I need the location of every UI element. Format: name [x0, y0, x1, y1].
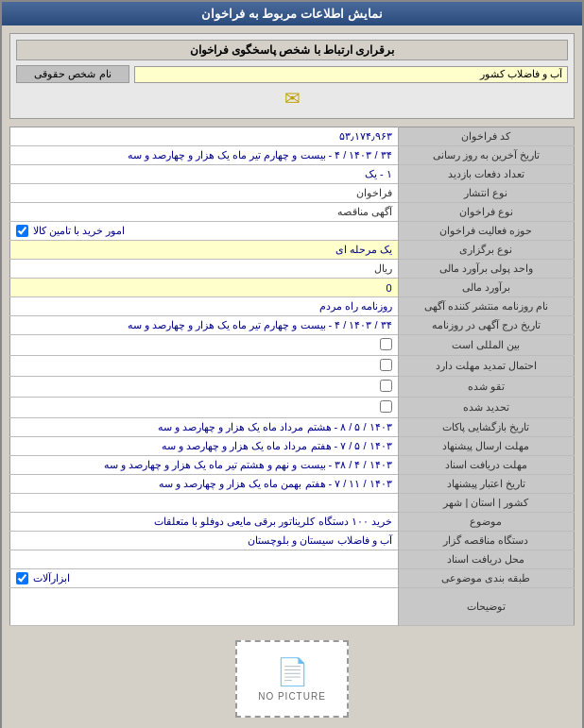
field-value: روزنامه راه مردم: [10, 297, 399, 316]
field-label: تاریخ اعتبار پیشنهاد: [398, 475, 574, 494]
field-label: طبقه بندی موضوعی: [398, 569, 574, 588]
field-value: ۱۴۰۳ / ۵ / ۷ - هفتم مرداد ماه یک هزار و …: [10, 437, 399, 456]
field-value: آب و فاضلاب سیستان و بلوچستان: [10, 532, 399, 550]
document-icon: 📄: [247, 656, 337, 687]
table-row: موضوع خرید ۱۰۰ دستگاه کلریناتور برقی مای…: [10, 513, 575, 532]
table-row: محل دریافت اسناد: [10, 550, 575, 569]
table-row: تاریخ اعتبار پیشنهاد ۱۴۰۳ / ۱۱ / ۷ - هفت…: [10, 475, 575, 494]
field-value: [10, 335, 399, 356]
contact-legal-input[interactable]: [134, 66, 568, 83]
picture-section: 📄 NO PICTURE: [9, 640, 575, 718]
field-label: تاریخ بازگشایی پاکات: [398, 418, 574, 437]
activity-checkbox[interactable]: [16, 225, 28, 237]
table-row: مهلت دریافت اسناد ۱۴۰۳ / ۴ / ۳۸ - بیست و…: [10, 456, 575, 475]
table-row: بین المللی است: [10, 335, 575, 356]
field-value: ۳۴ / ۱۴۰۳ / ۴ - بیست و چهارم تیر ماه یک …: [10, 316, 399, 335]
email-icon: ✉: [16, 87, 568, 110]
field-value: فراخوان: [10, 184, 399, 203]
table-row: برآورد مالی 0: [10, 279, 575, 297]
field-label: برآورد مالی: [398, 279, 574, 297]
no-picture-box: 📄 NO PICTURE: [235, 640, 349, 718]
field-label: محل دریافت اسناد: [398, 550, 574, 569]
field-label: نام روزنامه منتشر کننده آگهی: [398, 297, 574, 316]
table-row: توضیحات: [10, 588, 575, 626]
field-value: ریال: [10, 260, 399, 279]
category-checkbox[interactable]: [16, 572, 28, 584]
field-label: نوع انتشار: [398, 184, 574, 203]
table-row: دستگاه مناقصه گزار آب و فاضلاب سیستان و …: [10, 532, 575, 550]
field-label: مهلت دریافت اسناد: [398, 456, 574, 475]
taqv-checkbox[interactable]: [380, 380, 392, 392]
field-label: دستگاه مناقصه گزار: [398, 532, 574, 550]
field-label: احتمال تمدید مهلت دارد: [398, 356, 574, 377]
field-label: واحد پولی برآورد مالی: [398, 260, 574, 279]
table-row: نام روزنامه منتشر کننده آگهی روزنامه راه…: [10, 297, 575, 316]
no-picture-label: NO PICTURE: [247, 691, 337, 702]
field-label: کشور | استان | شهر: [398, 494, 574, 513]
table-row: نوع فراخوان آگهی مناقصه: [10, 203, 575, 222]
table-row: طبقه بندی موضوعی ابزارآلات: [10, 569, 575, 588]
table-row: واحد پولی برآورد مالی ریال: [10, 260, 575, 279]
table-row: نوع برگزاری یک مرحله ای: [10, 241, 575, 260]
field-label: تحدید شده: [398, 398, 574, 418]
field-value: [10, 588, 399, 626]
field-value: [10, 356, 399, 377]
table-row: کد فراخوان ۵۳٫۱۷۴٫۹۶۳: [10, 127, 575, 146]
field-label: بین المللی است: [398, 335, 574, 356]
field-label: توضیحات: [398, 588, 574, 626]
table-row: نوع انتشار فراخوان: [10, 184, 575, 203]
field-value: ۱۴۰۳ / ۵ / ۸ - هشتم مرداد ماه یک هزار و …: [10, 418, 399, 437]
field-value: ۱ - یک: [10, 165, 399, 184]
international-checkbox[interactable]: [380, 338, 392, 350]
field-label: نوع فراخوان: [398, 203, 574, 222]
table-row: تاریخ درج آگهی در روزنامه ۳۴ / ۱۴۰۳ / ۴ …: [10, 316, 575, 335]
extension-checkbox[interactable]: [380, 359, 392, 371]
field-value: ابزارآلات: [10, 569, 399, 588]
field-value: خرید ۱۰۰ دستگاه کلریناتور برقی مایعی دوف…: [10, 513, 399, 532]
table-row: حوزه فعالیت فراخوان امور خرید با تامین ک…: [10, 222, 575, 241]
field-label: نوع برگزاری: [398, 241, 574, 260]
field-value: آگهی مناقصه: [10, 203, 399, 222]
field-value: یک مرحله ای: [10, 241, 399, 260]
table-row: تاریخ بازگشایی پاکات ۱۴۰۳ / ۵ / ۸ - هشتم…: [10, 418, 575, 437]
field-value: [10, 377, 399, 398]
field-value: [10, 398, 399, 418]
table-row: تعداد دفعات بازدید ۱ - یک: [10, 165, 575, 184]
field-value: 0: [10, 279, 399, 297]
field-label: کد فراخوان: [398, 127, 574, 146]
no-picture-placeholder: 📄 NO PICTURE: [235, 640, 349, 718]
table-row: تقو شده: [10, 377, 575, 398]
contact-section: برقراری ارتباط با شخص پاسخگوی فراخوان نا…: [9, 33, 575, 119]
contact-title: برقراری ارتباط با شخص پاسخگوی فراخوان: [16, 40, 568, 60]
table-row: احتمال تمدید مهلت دارد: [10, 356, 575, 377]
tahdid-checkbox[interactable]: [380, 400, 392, 413]
field-value: [10, 550, 399, 569]
field-label: مهلت ارسال پیشنهاد: [398, 437, 574, 456]
field-label: تاریخ آخرین به روز رسانی: [398, 146, 574, 165]
field-value: ۳۴ / ۱۴۰۳ / ۴ - بیست و چهارم تیر ماه یک …: [10, 146, 399, 165]
contact-legal-label: نام شخص حقوقی: [16, 65, 129, 83]
contact-row: نام شخص حقوقی: [16, 65, 568, 83]
field-label: حوزه فعالیت فراخوان: [398, 222, 574, 241]
table-row: مهلت ارسال پیشنهاد ۱۴۰۳ / ۵ / ۷ - هفتم م…: [10, 437, 575, 456]
field-label: موضوع: [398, 513, 574, 532]
field-value: ۱۴۰۳ / ۱۱ / ۷ - هفتم بهمن ماه یک هزار و …: [10, 475, 399, 494]
field-label: تاریخ درج آگهی در روزنامه: [398, 316, 574, 335]
table-row: تاریخ آخرین به روز رسانی ۳۴ / ۱۴۰۳ / ۴ -…: [10, 146, 575, 165]
info-table: کد فراخوان ۵۳٫۱۷۴٫۹۶۳ تاریخ آخرین به روز…: [9, 127, 575, 626]
activity-label: امور خرید با تامین کالا: [33, 225, 125, 237]
field-label: تقو شده: [398, 377, 574, 398]
page-title: نمایش اطلاعات مربوط به فراخوان: [2, 2, 582, 25]
field-label: تعداد دفعات بازدید: [398, 165, 574, 184]
category-label: ابزارآلات: [33, 572, 70, 584]
field-value: [10, 494, 399, 513]
table-row: تحدید شده: [10, 398, 575, 418]
field-value: ۱۴۰۳ / ۴ / ۳۸ - بیست و نهم و هشتم تیر ما…: [10, 456, 399, 475]
field-value: امور خرید با تامین کالا: [10, 222, 399, 241]
field-value: ۵۳٫۱۷۴٫۹۶۳: [10, 127, 399, 146]
table-row: کشور | استان | شهر: [10, 494, 575, 513]
